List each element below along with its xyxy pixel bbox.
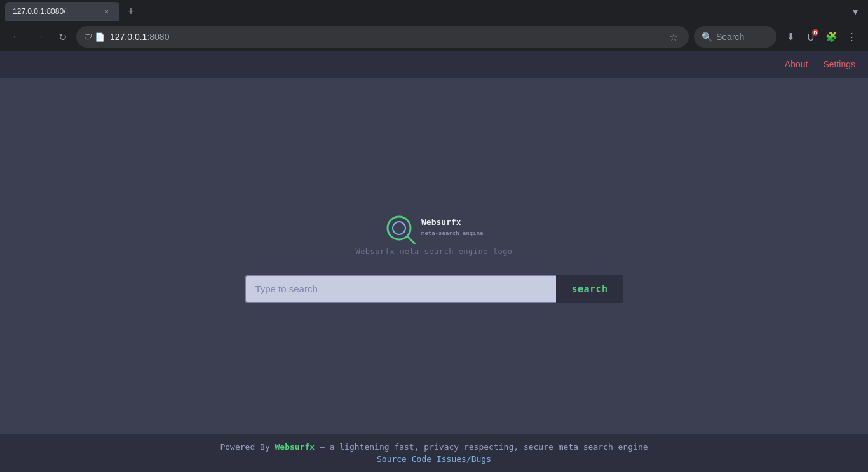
browser-chrome: 127.0.0.1:8080/ × + ▾ ← → ↻ 🛡 📄 127.0.0.…	[0, 0, 868, 51]
address-text: 127.0.0.1:8080	[110, 32, 661, 42]
tab-title: 127.0.0.1:8080/	[13, 7, 97, 16]
window-chevron-icon[interactable]: ▾	[848, 4, 863, 19]
browser-toolbar-right: ⬇ U D 🧩 ⋮	[782, 28, 860, 46]
footer: Powered By Websurfx – a lightening fast,…	[0, 434, 868, 472]
logo-alt-text: Websurfx meta-search engine logo	[355, 247, 512, 256]
logo-svg: Websurfx meta-search engine	[383, 212, 485, 244]
address-bar[interactable]: 🛡 📄 127.0.0.1:8080 ☆	[76, 26, 689, 48]
settings-link[interactable]: Settings	[823, 59, 855, 69]
issues-bugs-link[interactable]: Issues/Bugs	[437, 454, 491, 464]
logo-graphic: Websurfx meta-search engine	[370, 209, 498, 247]
reload-icon: ↻	[58, 31, 67, 43]
app-navbar: About Settings	[0, 51, 868, 78]
svg-text:Websurfx: Websurfx	[421, 217, 461, 227]
ublock-badge: D	[812, 29, 818, 36]
download-icon: ⬇	[787, 31, 795, 43]
source-code-link[interactable]: Source Code	[377, 454, 431, 464]
search-button[interactable]: search	[556, 275, 623, 303]
footer-powered-prefix: Powered By	[220, 442, 275, 452]
address-bar-row: ← → ↻ 🛡 📄 127.0.0.1:8080 ☆ 🔍 Search ⬇	[0, 23, 868, 51]
main-content: Websurfx meta-search engine Websurfx met…	[0, 78, 868, 434]
svg-point-1	[393, 222, 405, 234]
back-button[interactable]: ←	[8, 28, 25, 46]
about-link[interactable]: About	[785, 59, 808, 69]
reload-button[interactable]: ↻	[53, 28, 71, 46]
tab-bar-right: ▾	[848, 4, 863, 19]
search-area: search	[245, 275, 623, 303]
download-button[interactable]: ⬇	[782, 28, 799, 46]
browser-search-icon: 🔍	[702, 32, 712, 42]
tab-close-button[interactable]: ×	[102, 6, 112, 17]
footer-links: Source Code Issues/Bugs	[377, 454, 491, 464]
footer-brand: Websurfx	[275, 442, 315, 452]
address-security-icons: 🛡 📄	[84, 32, 105, 42]
menu-icon: ⋮	[847, 31, 857, 43]
back-icon: ←	[11, 31, 22, 43]
bookmark-star-icon[interactable]: ☆	[666, 29, 681, 44]
footer-powered-by: Powered By Websurfx – a lightening fast,…	[220, 442, 648, 452]
address-port: :8080	[147, 32, 169, 42]
browser-search-box[interactable]: 🔍 Search	[694, 26, 776, 48]
tab-bar: 127.0.0.1:8080/ × + ▾	[0, 0, 868, 23]
forward-button[interactable]: →	[31, 28, 48, 46]
svg-text:meta-search engine: meta-search engine	[421, 230, 484, 236]
forward-icon: →	[34, 31, 44, 43]
logo-area: Websurfx meta-search engine Websurfx met…	[355, 209, 512, 256]
svg-line-2	[407, 236, 416, 244]
new-tab-button[interactable]: +	[122, 3, 140, 20]
shield-icon: 🛡	[84, 32, 92, 42]
footer-powered-suffix: – a lightening fast, privacy respecting,…	[315, 442, 648, 452]
extensions-button[interactable]: 🧩	[822, 28, 840, 46]
menu-button[interactable]: ⋮	[843, 28, 860, 46]
page-icon: 📄	[95, 32, 105, 42]
extensions-icon: 🧩	[825, 31, 837, 43]
search-input[interactable]	[245, 275, 556, 303]
active-tab[interactable]: 127.0.0.1:8080/ ×	[5, 2, 119, 21]
address-domain: 127.0.0.1	[110, 32, 147, 42]
ublock-extension-button[interactable]: U D	[802, 28, 820, 46]
browser-search-label: Search	[716, 32, 744, 42]
